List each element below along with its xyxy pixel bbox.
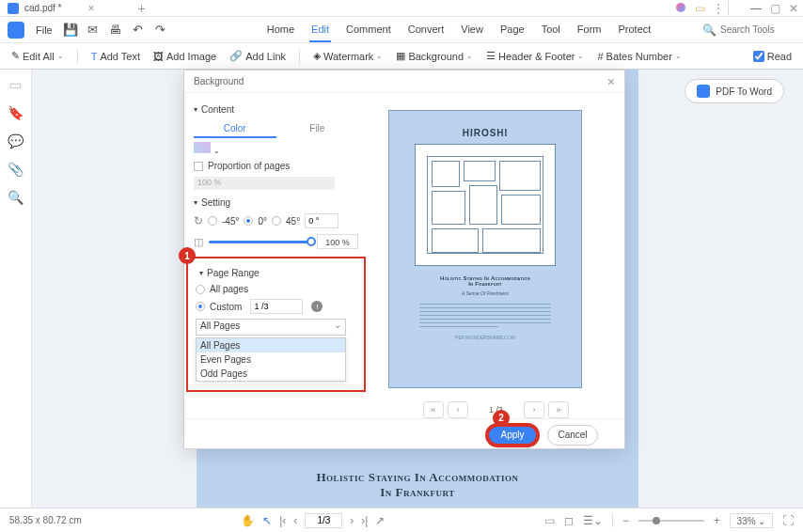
content-section-header[interactable]: Content bbox=[194, 104, 358, 115]
select-tool-icon[interactable]: ↖ bbox=[262, 514, 272, 527]
opacity-icon: ◫ bbox=[194, 236, 203, 248]
close-tab-icon[interactable]: × bbox=[69, 2, 132, 15]
add-link-button[interactable]: 🔗 Add Link bbox=[229, 50, 286, 62]
dropdown-item-odd[interactable]: Odd Pages bbox=[197, 367, 345, 381]
watermark-button[interactable]: ◈ Watermark ⌄ bbox=[313, 50, 383, 62]
header-footer-button[interactable]: ☰ Header & Footer ⌄ bbox=[486, 50, 584, 62]
dialog-close-icon[interactable]: × bbox=[607, 74, 615, 89]
watermark-icon: ◈ bbox=[313, 50, 321, 62]
read-cb-input[interactable] bbox=[753, 51, 764, 62]
zoom-in-icon[interactable]: + bbox=[714, 514, 720, 527]
hand-tool-icon[interactable]: ✋ bbox=[241, 514, 255, 527]
menu-comment[interactable]: Comment bbox=[344, 18, 393, 42]
menu-protect[interactable]: Protect bbox=[616, 18, 653, 42]
info-icon[interactable]: ! bbox=[311, 301, 323, 312]
scroll-mode-icon[interactable]: ☰⌄ bbox=[583, 514, 603, 527]
angle-input[interactable] bbox=[305, 213, 339, 228]
page-range-dropdown[interactable]: All Pages bbox=[196, 319, 346, 336]
mail-icon[interactable]: ✉ bbox=[83, 23, 103, 37]
rotate-icon[interactable]: ↻ bbox=[194, 214, 203, 227]
add-tab-icon[interactable]: + bbox=[133, 1, 151, 16]
maximize-icon[interactable]: ▢ bbox=[765, 2, 784, 15]
zoom-value[interactable]: 33% ⌄ bbox=[730, 513, 773, 528]
prev-page-icon[interactable]: ‹ bbox=[293, 514, 297, 527]
window-close-icon[interactable]: ✕ bbox=[784, 2, 803, 15]
custom-radio[interactable]: Custom ! bbox=[196, 299, 356, 314]
background-dialog: Background × Content Color File ⌄ Propor… bbox=[183, 70, 625, 449]
image-icon: 🖼 bbox=[153, 51, 164, 62]
floorplan-image bbox=[415, 144, 556, 266]
fullscreen-icon[interactable]: ⛶ bbox=[782, 514, 794, 527]
cancel-button[interactable]: Cancel bbox=[547, 425, 598, 446]
single-page-icon[interactable]: ◻ bbox=[564, 514, 574, 527]
comment-icon[interactable]: 💬 bbox=[8, 133, 24, 149]
preview-url: PDF.WONDERSHARE.COM bbox=[402, 335, 568, 340]
redo-icon[interactable]: ↷ bbox=[150, 23, 171, 37]
preview-page: HIROSHI Holistic Staying In Accommodatio… bbox=[388, 110, 582, 388]
save-icon[interactable]: 💾 bbox=[60, 23, 81, 37]
bookmark-icon[interactable]: 🔖 bbox=[8, 105, 24, 120]
menu-form[interactable]: Form bbox=[575, 18, 604, 42]
edit-all-button[interactable]: ✎ Edit All ⌄ bbox=[11, 50, 64, 62]
more-icon[interactable]: ⋮ bbox=[709, 2, 728, 15]
file-menu[interactable]: File bbox=[30, 24, 58, 36]
angle-pos45-radio[interactable] bbox=[272, 216, 281, 226]
slider-thumb[interactable] bbox=[307, 237, 316, 246]
add-image-button[interactable]: 🖼 Add Image bbox=[153, 51, 216, 62]
fit-width-icon[interactable]: ▭ bbox=[544, 514, 555, 527]
dropdown-item-even[interactable]: Even Pages bbox=[197, 352, 345, 367]
background-icon: ▦ bbox=[396, 50, 405, 62]
color-picker[interactable]: ⌄ bbox=[194, 142, 358, 155]
dialog-preview-panel: HIROSHI Holistic Staying In Accommodatio… bbox=[368, 93, 624, 418]
menu-home[interactable]: Home bbox=[265, 18, 296, 42]
apply-button[interactable]: Apply bbox=[487, 425, 538, 446]
dropdown-item-all[interactable]: All Pages bbox=[197, 338, 345, 352]
zoom-slider[interactable] bbox=[638, 520, 704, 522]
menu-page[interactable]: Page bbox=[498, 18, 527, 42]
undo-icon[interactable]: ↶ bbox=[128, 23, 149, 37]
next-page-icon[interactable]: › bbox=[350, 514, 354, 527]
bates-number-button[interactable]: # Bates Number ⌄ bbox=[597, 51, 681, 62]
setting-section-header[interactable]: Setting bbox=[194, 197, 358, 208]
page-range-dropdown-list: All Pages Even Pages Odd Pages bbox=[196, 337, 346, 382]
notification-icon[interactable]: ▭ bbox=[690, 2, 709, 15]
proportion-checkbox[interactable]: Proportion of pages bbox=[194, 161, 358, 171]
print-icon[interactable]: 🖶 bbox=[105, 23, 126, 37]
menu-convert[interactable]: Convert bbox=[406, 18, 447, 42]
nav-first-icon[interactable]: « bbox=[423, 401, 444, 418]
last-page-icon[interactable]: ›| bbox=[361, 514, 368, 527]
add-text-button[interactable]: T Add Text bbox=[91, 51, 140, 62]
header-footer-icon: ☰ bbox=[486, 50, 496, 62]
pdf-to-word-button[interactable]: PDF To Word bbox=[685, 79, 784, 103]
file-tab[interactable]: File bbox=[276, 120, 359, 138]
angle-neg45-radio[interactable] bbox=[208, 216, 217, 226]
statusbar: 58.35 x 80.72 cm ✋ ↖ |‹ ‹ › ›| ↗ ▭ ◻ ☰⌄ … bbox=[0, 508, 803, 532]
nav-prev-icon[interactable]: ‹ bbox=[448, 401, 468, 418]
opacity-slider[interactable] bbox=[209, 241, 311, 243]
nav-next-icon[interactable]: › bbox=[524, 401, 544, 418]
zoom-out-icon[interactable]: − bbox=[622, 514, 629, 527]
menu-tool[interactable]: Tool bbox=[540, 18, 562, 42]
first-page-icon[interactable]: |‹ bbox=[279, 514, 286, 527]
search-tools-input[interactable] bbox=[720, 24, 795, 35]
background-button[interactable]: ▦ Background ⌄ bbox=[396, 50, 473, 62]
color-theme-icon[interactable] bbox=[671, 2, 690, 15]
document-tab[interactable]: cad.pdf * bbox=[0, 3, 69, 14]
all-pages-radio[interactable]: All pages bbox=[196, 284, 356, 294]
menu-view[interactable]: View bbox=[459, 18, 485, 42]
thumbnails-icon[interactable]: ▭ bbox=[8, 77, 24, 92]
attachment-icon[interactable]: 📎 bbox=[8, 162, 24, 177]
menu-edit[interactable]: Edit bbox=[309, 18, 331, 42]
page-range-header[interactable]: Page Range bbox=[199, 268, 358, 278]
page-number-input[interactable] bbox=[305, 513, 342, 528]
color-tab[interactable]: Color bbox=[194, 120, 276, 138]
nav-last-icon[interactable]: » bbox=[548, 401, 569, 418]
read-checkbox[interactable]: Read bbox=[753, 51, 792, 62]
jump-icon[interactable]: ↗ bbox=[375, 514, 385, 527]
opacity-value[interactable]: 100 % bbox=[317, 234, 358, 249]
angle-zero-radio[interactable] bbox=[244, 216, 253, 226]
minimize-icon[interactable]: — bbox=[747, 2, 765, 15]
custom-range-input[interactable] bbox=[250, 299, 303, 314]
zoom-thumb[interactable] bbox=[653, 517, 660, 524]
search-panel-icon[interactable]: 🔍 bbox=[8, 190, 24, 205]
